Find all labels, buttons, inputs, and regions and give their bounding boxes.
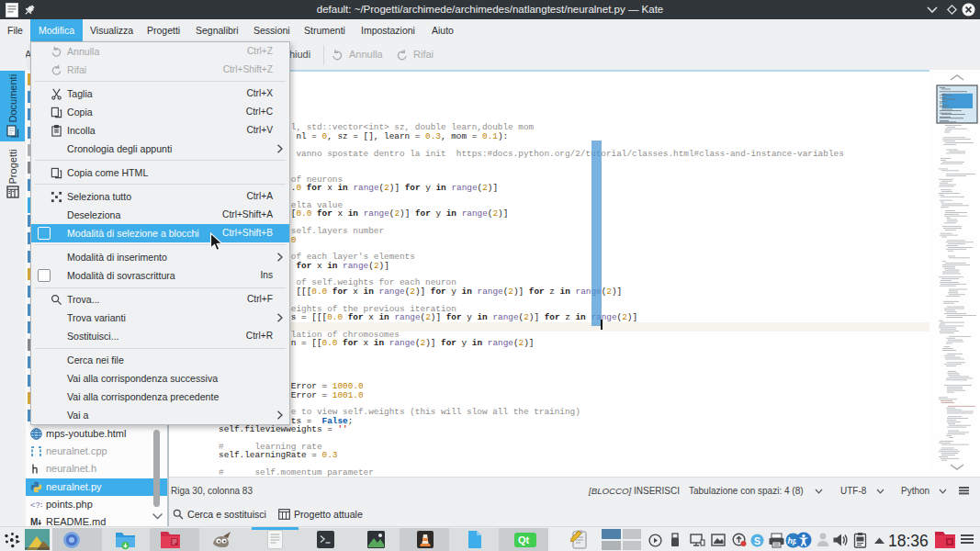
svg-text:Qt: Qt — [518, 534, 530, 545]
svg-text:M: M — [30, 517, 38, 526]
svg-text:<?>: <?> — [30, 501, 42, 511]
svg-text:S: S — [754, 535, 760, 546]
